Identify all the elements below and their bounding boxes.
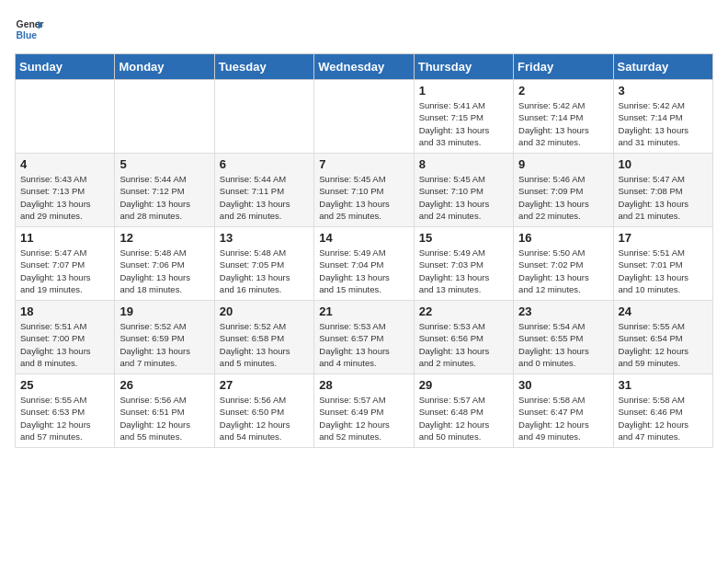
logo: General Blue (15, 15, 44, 44)
day-info: Sunrise: 5:45 AM Sunset: 7:10 PM Dayligh… (419, 173, 508, 222)
day-info: Sunrise: 5:48 AM Sunset: 7:06 PM Dayligh… (119, 247, 209, 295)
day-info: Sunrise: 5:56 AM Sunset: 6:51 PM Dayligh… (119, 394, 209, 442)
calendar-cell: 16Sunrise: 5:50 AM Sunset: 7:02 PM Dayli… (514, 227, 613, 301)
day-number: 9 (518, 157, 608, 171)
day-info: Sunrise: 5:57 AM Sunset: 6:48 PM Dayligh… (419, 394, 508, 442)
day-number: 31 (619, 378, 708, 392)
day-number: 30 (518, 378, 608, 392)
weekday-header-thursday: Thursday (414, 54, 513, 80)
calendar-cell: 26Sunrise: 5:56 AM Sunset: 6:51 PM Dayli… (115, 374, 214, 448)
weekday-header-tuesday: Tuesday (214, 54, 313, 80)
calendar-cell: 31Sunrise: 5:58 AM Sunset: 6:46 PM Dayli… (613, 374, 712, 448)
day-info: Sunrise: 5:53 AM Sunset: 6:57 PM Dayligh… (319, 320, 408, 369)
day-info: Sunrise: 5:45 AM Sunset: 7:10 PM Dayligh… (319, 173, 408, 222)
calendar-week-3: 11Sunrise: 5:47 AM Sunset: 7:07 PM Dayli… (16, 227, 713, 301)
calendar-cell: 21Sunrise: 5:53 AM Sunset: 6:57 PM Dayli… (314, 301, 414, 374)
calendar-cell: 4Sunrise: 5:43 AM Sunset: 7:13 PM Daylig… (16, 154, 115, 227)
day-info: Sunrise: 5:51 AM Sunset: 7:00 PM Dayligh… (20, 320, 109, 369)
day-number: 21 (319, 304, 408, 318)
calendar-cell: 9Sunrise: 5:46 AM Sunset: 7:09 PM Daylig… (514, 154, 613, 227)
page-header: General Blue (15, 15, 713, 44)
day-info: Sunrise: 5:42 AM Sunset: 7:14 PM Dayligh… (518, 99, 608, 148)
calendar-cell: 19Sunrise: 5:52 AM Sunset: 6:59 PM Dayli… (115, 301, 214, 374)
day-number: 5 (119, 157, 209, 171)
calendar-cell: 23Sunrise: 5:54 AM Sunset: 6:55 PM Dayli… (514, 301, 613, 374)
day-number: 19 (119, 304, 209, 318)
calendar-cell: 15Sunrise: 5:49 AM Sunset: 7:03 PM Dayli… (414, 227, 513, 301)
day-number: 22 (419, 304, 508, 318)
day-number: 6 (220, 157, 309, 171)
day-info: Sunrise: 5:51 AM Sunset: 7:01 PM Dayligh… (619, 247, 708, 295)
day-info: Sunrise: 5:58 AM Sunset: 6:47 PM Dayligh… (518, 394, 608, 442)
day-info: Sunrise: 5:49 AM Sunset: 7:03 PM Dayligh… (419, 247, 508, 295)
calendar-cell: 29Sunrise: 5:57 AM Sunset: 6:48 PM Dayli… (414, 374, 513, 448)
day-info: Sunrise: 5:55 AM Sunset: 6:54 PM Dayligh… (619, 320, 708, 369)
day-number: 27 (220, 378, 309, 392)
calendar-cell: 24Sunrise: 5:55 AM Sunset: 6:54 PM Dayli… (613, 301, 712, 374)
calendar-cell: 6Sunrise: 5:44 AM Sunset: 7:11 PM Daylig… (214, 154, 313, 227)
day-number: 20 (220, 304, 309, 318)
calendar-cell: 12Sunrise: 5:48 AM Sunset: 7:06 PM Dayli… (115, 227, 214, 301)
calendar-cell: 10Sunrise: 5:47 AM Sunset: 7:08 PM Dayli… (613, 154, 712, 227)
day-info: Sunrise: 5:49 AM Sunset: 7:04 PM Dayligh… (319, 247, 408, 295)
day-number: 2 (518, 84, 608, 98)
calendar-cell (115, 80, 214, 154)
day-info: Sunrise: 5:42 AM Sunset: 7:14 PM Dayligh… (619, 99, 708, 148)
day-number: 4 (20, 157, 109, 171)
day-info: Sunrise: 5:41 AM Sunset: 7:15 PM Dayligh… (419, 99, 508, 148)
day-info: Sunrise: 5:44 AM Sunset: 7:11 PM Dayligh… (220, 173, 309, 222)
calendar-cell: 30Sunrise: 5:58 AM Sunset: 6:47 PM Dayli… (514, 374, 613, 448)
day-info: Sunrise: 5:57 AM Sunset: 6:49 PM Dayligh… (319, 394, 408, 442)
calendar-cell: 2Sunrise: 5:42 AM Sunset: 7:14 PM Daylig… (514, 80, 613, 154)
weekday-header-row: SundayMondayTuesdayWednesdayThursdayFrid… (16, 54, 713, 80)
weekday-header-sunday: Sunday (16, 54, 115, 80)
day-info: Sunrise: 5:46 AM Sunset: 7:09 PM Dayligh… (518, 173, 608, 222)
day-info: Sunrise: 5:47 AM Sunset: 7:08 PM Dayligh… (619, 173, 708, 222)
calendar-table: SundayMondayTuesdayWednesdayThursdayFrid… (15, 53, 713, 448)
calendar-cell: 18Sunrise: 5:51 AM Sunset: 7:00 PM Dayli… (16, 301, 115, 374)
svg-text:Blue: Blue (17, 30, 38, 40)
day-number: 8 (419, 157, 508, 171)
day-info: Sunrise: 5:58 AM Sunset: 6:46 PM Dayligh… (619, 394, 708, 442)
day-info: Sunrise: 5:55 AM Sunset: 6:53 PM Dayligh… (20, 394, 109, 442)
weekday-header-wednesday: Wednesday (314, 54, 414, 80)
weekday-header-friday: Friday (514, 54, 613, 80)
day-info: Sunrise: 5:48 AM Sunset: 7:05 PM Dayligh… (220, 247, 309, 295)
calendar-cell: 22Sunrise: 5:53 AM Sunset: 6:56 PM Dayli… (414, 301, 513, 374)
logo-icon: General Blue (15, 15, 44, 44)
calendar-cell: 13Sunrise: 5:48 AM Sunset: 7:05 PM Dayli… (214, 227, 313, 301)
calendar-cell: 20Sunrise: 5:52 AM Sunset: 6:58 PM Dayli… (214, 301, 313, 374)
calendar-cell: 11Sunrise: 5:47 AM Sunset: 7:07 PM Dayli… (16, 227, 115, 301)
weekday-header-monday: Monday (115, 54, 214, 80)
day-number: 28 (319, 378, 408, 392)
day-number: 14 (319, 231, 408, 245)
day-info: Sunrise: 5:52 AM Sunset: 6:58 PM Dayligh… (220, 320, 309, 369)
calendar-week-2: 4Sunrise: 5:43 AM Sunset: 7:13 PM Daylig… (16, 154, 713, 227)
day-info: Sunrise: 5:50 AM Sunset: 7:02 PM Dayligh… (518, 247, 608, 295)
day-number: 12 (119, 231, 209, 245)
calendar-week-1: 1Sunrise: 5:41 AM Sunset: 7:15 PM Daylig… (16, 80, 713, 154)
calendar-cell: 1Sunrise: 5:41 AM Sunset: 7:15 PM Daylig… (414, 80, 513, 154)
calendar-week-5: 25Sunrise: 5:55 AM Sunset: 6:53 PM Dayli… (16, 374, 713, 448)
day-number: 25 (20, 378, 109, 392)
day-info: Sunrise: 5:56 AM Sunset: 6:50 PM Dayligh… (220, 394, 309, 442)
day-info: Sunrise: 5:43 AM Sunset: 7:13 PM Dayligh… (20, 173, 109, 222)
day-info: Sunrise: 5:44 AM Sunset: 7:12 PM Dayligh… (119, 173, 209, 222)
day-number: 15 (419, 231, 508, 245)
calendar-cell: 27Sunrise: 5:56 AM Sunset: 6:50 PM Dayli… (214, 374, 313, 448)
day-number: 7 (319, 157, 408, 171)
day-info: Sunrise: 5:52 AM Sunset: 6:59 PM Dayligh… (119, 320, 209, 369)
calendar-cell: 17Sunrise: 5:51 AM Sunset: 7:01 PM Dayli… (613, 227, 712, 301)
calendar-cell: 14Sunrise: 5:49 AM Sunset: 7:04 PM Dayli… (314, 227, 414, 301)
day-number: 24 (619, 304, 708, 318)
day-number: 10 (619, 157, 708, 171)
day-number: 17 (619, 231, 708, 245)
calendar-cell: 5Sunrise: 5:44 AM Sunset: 7:12 PM Daylig… (115, 154, 214, 227)
day-number: 29 (419, 378, 508, 392)
day-info: Sunrise: 5:47 AM Sunset: 7:07 PM Dayligh… (20, 247, 109, 295)
calendar-cell (214, 80, 313, 154)
day-number: 18 (20, 304, 109, 318)
calendar-cell: 28Sunrise: 5:57 AM Sunset: 6:49 PM Dayli… (314, 374, 414, 448)
day-info: Sunrise: 5:53 AM Sunset: 6:56 PM Dayligh… (419, 320, 508, 369)
day-number: 13 (220, 231, 309, 245)
